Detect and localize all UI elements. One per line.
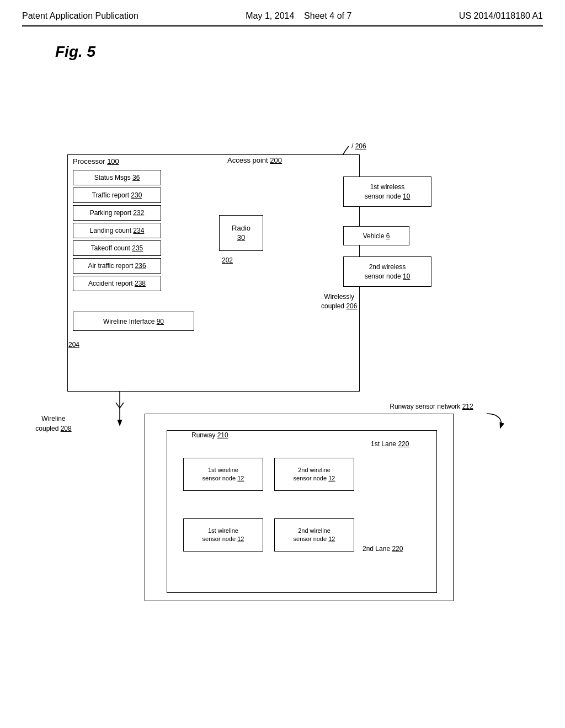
parking-report-box: Parking report 232 — [73, 205, 161, 221]
wl-node-2a-box: 1st wirelinesensor node 12 — [183, 518, 263, 552]
vehicle-box: Vehicle 6 — [343, 226, 409, 245]
accident-report-box: Accident report 238 — [73, 276, 161, 291]
wirelessly-coupled-label: Wirelesslycoupled 206 — [321, 292, 357, 311]
wireline-interface-box: Wireline Interface 90 — [73, 312, 194, 331]
fig-title: Fig. 5 — [55, 43, 543, 61]
diagram-area: Processor 100 Status Msgs 36 Traffic rep… — [34, 72, 531, 612]
wl-node-1a-box: 1st wirelinesensor node 12 — [183, 458, 263, 491]
header-left: Patent Application Publication — [22, 11, 138, 21]
radio-ref: 202 — [222, 256, 233, 264]
header-right: US 2014/0118180 A1 — [459, 11, 543, 21]
status-msgs-box: Status Msgs 36 — [73, 170, 161, 185]
wireline-coupled-label: Wirelinecoupled 208 — [34, 414, 73, 433]
access-point-label: Access point 200 — [227, 156, 282, 164]
wl-node-2b-box: 2nd wirelinesensor node 12 — [274, 518, 354, 552]
radio-box: Radio30 — [219, 215, 263, 251]
header: Patent Application Publication May 1, 20… — [22, 11, 543, 26]
air-traffic-box: Air traffic report 236 — [73, 258, 161, 274]
ref-204: 204 — [68, 341, 79, 349]
wireless-node-1-box: 1st wirelesssensor node 10 — [343, 176, 431, 207]
second-lane-label: 2nd Lane 220 — [363, 545, 403, 553]
page: Patent Application Publication May 1, 20… — [0, 0, 565, 728]
wl-node-1b-box: 2nd wirelinesensor node 12 — [274, 458, 354, 491]
runway-box — [167, 430, 437, 593]
takeoff-count-box: Takeoff count 235 — [73, 240, 161, 256]
runway-label: Runway 210 — [191, 431, 228, 439]
traffic-report-box: Traffic report 230 — [73, 188, 161, 203]
wireless-node-2-box: 2nd wirelesssensor node 10 — [343, 256, 431, 287]
first-lane-label: 1st Lane 220 — [371, 440, 409, 448]
header-center: May 1, 2014 Sheet 4 of 7 — [246, 11, 351, 21]
landing-count-box: Landing count 234 — [73, 223, 161, 238]
runway-sensor-network-label: Runway sensor network 212 — [376, 403, 487, 410]
processor-label: Processor 100 — [73, 157, 119, 165]
ref-206: / 206 — [351, 142, 366, 150]
